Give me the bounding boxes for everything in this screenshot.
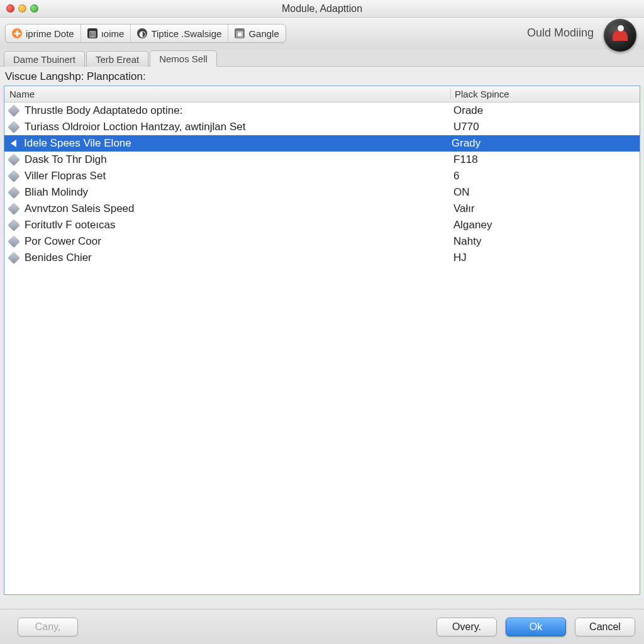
table-row[interactable]: Turiass Oldroior Loction Hantzay, awtinj… (4, 119, 640, 135)
stack-icon: ▥ (87, 28, 97, 38)
tag-icon: ▣ (235, 28, 245, 38)
row-value: Nahty (453, 235, 640, 248)
row-value: Alganey (453, 219, 640, 231)
selected-caret-icon (11, 140, 16, 147)
toolbar-btn-gangle[interactable]: ▣ Gangle (228, 25, 285, 42)
row-value: HJ (453, 252, 640, 264)
row-value: ON (453, 186, 640, 199)
toolbar-btn-tiptice[interactable]: ◐ Tiptice .Swalsige (131, 25, 228, 42)
target-icon: ✚ (12, 28, 22, 38)
row-value: 6 (453, 170, 640, 182)
diamond-icon (8, 252, 20, 264)
table-row[interactable]: Foritutlv F ooteıcasAlganey (4, 217, 640, 233)
table-row[interactable]: Por Cower CoorNahty (4, 233, 640, 250)
window-title: Module, Adapttion (0, 3, 644, 14)
row-value: F118 (453, 153, 640, 166)
column-header-name[interactable]: Name (4, 89, 451, 99)
cancel-button[interactable]: Cancel (575, 618, 635, 636)
table-header: Name Plack Spince (4, 86, 640, 103)
toolbar-btn-label: ıoime (101, 28, 125, 39)
diamond-icon (8, 219, 20, 231)
overy-button[interactable]: Overy. (436, 618, 497, 636)
toolbar-btn-label: Tiptice .Swalsige (151, 28, 221, 39)
ok-button[interactable]: Ok (506, 618, 566, 636)
clock-icon: ◐ (137, 28, 147, 38)
row-name: Foritutlv F ooteıcas (25, 219, 453, 231)
toolbar: ✚ iprime Dote ▥ ıoime ◐ Tiptice .Swalsig… (0, 18, 644, 49)
diamond-icon (8, 170, 20, 182)
toolbar-btn-label: iprime Dote (26, 28, 74, 39)
table-row[interactable]: Dask To Thr DighF118 (4, 152, 640, 168)
toolbar-group: ✚ iprime Dote ▥ ıoime ◐ Tiptice .Swalsig… (5, 24, 286, 43)
brand-inner-icon (613, 30, 628, 41)
diamond-icon (8, 121, 20, 133)
diamond-icon (8, 235, 20, 248)
table-row[interactable]: Viller Flopras Set6 (4, 168, 640, 184)
tab-label: Nemos Sell (159, 53, 208, 64)
tab-dame-tbuinert[interactable]: Dame Tbuinert (4, 51, 85, 67)
row-name: Bliah Molindy (25, 186, 453, 199)
table-row[interactable]: Idele Spees Vile EloneGrady (4, 135, 640, 152)
table-container: Name Plack Spince Thrustle Body Adaptate… (4, 86, 640, 595)
table-body: Thrustle Body Adaptatedo optine:OradeTur… (4, 103, 640, 266)
tab-nemos-sell[interactable]: Nemos Sell (150, 50, 217, 67)
diamond-icon (8, 203, 20, 215)
subheader-label: Viscue Langshp: Planpcation: (0, 67, 644, 86)
brand-badge-icon (604, 19, 636, 52)
diamond-icon (8, 104, 20, 117)
row-name: Viller Flopras Set (25, 170, 453, 182)
table-row[interactable]: Thrustle Body Adaptatedo optine:Orade (4, 103, 640, 119)
row-name: Benides Chier (25, 252, 453, 264)
cany-button: Cany, (18, 618, 78, 636)
row-name: Turiass Oldroior Loction Hantzay, awtinj… (25, 121, 453, 133)
table-row[interactable]: Bliah MolindyON (4, 184, 640, 201)
row-name: Dask To Thr Digh (25, 153, 453, 166)
brand-label: Ould Modiing (527, 26, 594, 40)
row-name: Thrustle Body Adaptatedo optine: (25, 104, 453, 117)
row-name: Idele Spees Vile Elone (24, 137, 452, 150)
tab-label: Terb Ereat (96, 54, 139, 65)
row-name: Por Cower Coor (25, 235, 453, 248)
footer: Cany, Overy. Ok Cancel (0, 609, 644, 644)
toolbar-btn-ioime[interactable]: ▥ ıoime (81, 25, 131, 42)
tab-label: Dame Tbuinert (13, 54, 75, 65)
titlebar: Module, Adapttion (0, 0, 644, 18)
diamond-icon (8, 186, 20, 199)
row-value: U770 (453, 121, 640, 133)
column-header-value[interactable]: Plack Spince (451, 89, 640, 99)
row-name: Avnvtzon Saleis Speed (25, 203, 453, 215)
tab-bar: Dame Tbuinert Terb Ereat Nemos Sell (0, 49, 644, 67)
table-row[interactable]: Avnvtzon Saleis SpeedVałır (4, 201, 640, 217)
row-value: Grady (452, 137, 640, 150)
row-value: Vałır (453, 203, 640, 215)
table-row[interactable]: Benides ChierHJ (4, 250, 640, 266)
row-value: Orade (453, 104, 640, 117)
toolbar-btn-iprime[interactable]: ✚ iprime Dote (6, 25, 81, 42)
tab-terb-ereat[interactable]: Terb Ereat (86, 51, 148, 67)
toolbar-btn-label: Gangle (248, 28, 279, 39)
diamond-icon (8, 153, 20, 166)
